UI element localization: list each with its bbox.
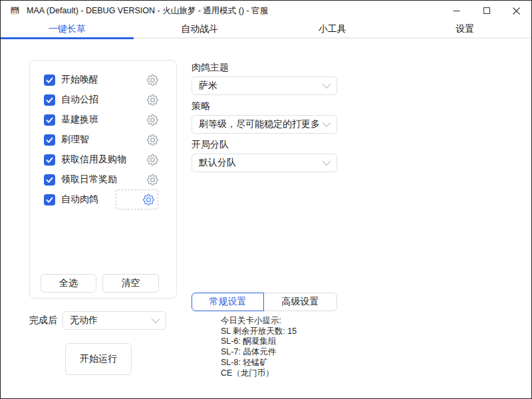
chevron-down-icon <box>151 318 160 323</box>
tab-settings[interactable]: 设置 <box>399 21 532 37</box>
tab-label: 设置 <box>456 23 474 35</box>
task-row-recruit[interactable]: 自动公招 <box>30 90 176 110</box>
gear-icon[interactable] <box>143 194 154 205</box>
window-controls <box>442 1 531 21</box>
gear-icon[interactable] <box>147 174 158 186</box>
settings-tab-group: 常规设置 高级设置 <box>192 293 337 311</box>
checkbox-checked[interactable] <box>44 194 55 205</box>
minimize-icon[interactable] <box>442 1 471 21</box>
task-list-card: 开始唤醒 自动公招 基建换班 刷理智 获取信用及购物 领取日常奖励 <box>29 60 177 299</box>
task-label: 自动公招 <box>61 94 98 106</box>
checkbox-checked[interactable] <box>44 134 55 146</box>
tip-line: SL-8: 轻锰矿 <box>221 358 297 368</box>
chevron-down-icon <box>322 160 331 166</box>
select-all-button[interactable]: 全选 <box>41 274 96 293</box>
gear-icon[interactable] <box>147 114 158 126</box>
task-label: 获取信用及购物 <box>61 154 126 166</box>
roguelike-settings-highlight <box>116 190 158 209</box>
titlebar: MAA (Default) - DEBUG VERSION - 火山旅梦 - 通… <box>1 1 531 21</box>
tip-line: CE（龙门币） <box>221 368 297 379</box>
roguelike-theme-value: 萨米 <box>199 80 217 92</box>
roguelike-theme-dropdown[interactable]: 萨米 <box>192 76 337 95</box>
roguelike-strategy-value: 刷等级，尽可能稳定的打更多层数 <box>199 118 319 130</box>
tab-copilot[interactable]: 自动战斗 <box>134 21 267 37</box>
gear-icon[interactable] <box>147 134 158 146</box>
task-label: 基建换班 <box>61 114 98 126</box>
task-row-wakeup[interactable]: 开始唤醒 <box>30 70 176 90</box>
roguelike-squad-value: 默认分队 <box>199 157 236 169</box>
roguelike-strategy-label: 策略 <box>192 100 337 112</box>
after-action-row: 完成后 无动作 <box>29 311 166 330</box>
tab-label: 小工具 <box>319 23 346 35</box>
tab-label: 一键长草 <box>49 23 86 35</box>
task-label: 刷理智 <box>61 134 89 146</box>
task-row-award[interactable]: 领取日常奖励 <box>30 170 176 190</box>
task-row-fight[interactable]: 刷理智 <box>30 130 176 150</box>
roguelike-squad-label: 开局分队 <box>192 139 337 150</box>
main-tabbar: 一键长草 自动战斗 小工具 设置 <box>1 21 531 37</box>
task-row-mall[interactable]: 获取信用及购物 <box>30 150 176 170</box>
task-row-infrast[interactable]: 基建换班 <box>30 110 176 130</box>
roguelike-strategy-dropdown[interactable]: 刷等级，尽可能稳定的打更多层数 <box>192 115 337 134</box>
tab-advanced-settings[interactable]: 高级设置 <box>263 293 337 311</box>
gear-icon[interactable] <box>147 74 158 86</box>
gear-icon[interactable] <box>147 154 158 166</box>
tip-line: SL-6: 酮凝集组 <box>221 336 297 347</box>
checkbox-checked[interactable] <box>44 154 55 166</box>
tip-line: 今日关卡小提示: <box>221 316 297 327</box>
app-icon <box>9 5 21 17</box>
tip-line: SL-7: 晶体元件 <box>221 347 297 358</box>
checkbox-checked[interactable] <box>44 94 55 106</box>
after-action-dropdown[interactable]: 无动作 <box>63 311 166 330</box>
task-label: 领取日常奖励 <box>61 174 117 186</box>
task-label: 开始唤醒 <box>61 74 98 86</box>
stage-tips-block: 今日关卡小提示: SL 剩余开放天数: 15 SL-6: 酮凝集组 SL-7: … <box>221 316 297 378</box>
start-run-button[interactable]: 开始运行 <box>65 343 132 375</box>
checkbox-checked[interactable] <box>44 74 55 86</box>
task-label: 自动肉鸽 <box>61 194 98 205</box>
tab-label: 自动战斗 <box>181 23 218 35</box>
tab-general-settings[interactable]: 常规设置 <box>192 293 264 311</box>
tab-tools[interactable]: 小工具 <box>266 21 399 37</box>
after-action-value: 无动作 <box>70 315 98 327</box>
chevron-down-icon <box>322 122 331 127</box>
task-row-roguelike[interactable]: 自动肉鸽 <box>30 190 176 209</box>
close-icon[interactable] <box>501 1 531 21</box>
roguelike-squad-dropdown[interactable]: 默认分队 <box>192 154 337 172</box>
roguelike-panel: 肉鸽主题 萨米 策略 刷等级，尽可能稳定的打更多层数 开局分队 默认分队 <box>192 62 337 178</box>
tab-farming[interactable]: 一键长草 <box>1 21 134 37</box>
checkbox-checked[interactable] <box>44 114 55 126</box>
after-action-label: 完成后 <box>29 315 57 327</box>
tip-line: SL 剩余开放天数: 15 <box>221 327 297 337</box>
maximize-icon[interactable] <box>471 1 501 21</box>
chevron-down-icon <box>322 83 331 88</box>
roguelike-theme-label: 肉鸽主题 <box>192 62 337 73</box>
gear-icon[interactable] <box>147 94 158 106</box>
active-tab-underline <box>1 37 134 39</box>
maa-window: MAA (Default) - DEBUG VERSION - 火山旅梦 - 通… <box>0 0 532 399</box>
clear-button[interactable]: 清空 <box>102 274 159 293</box>
checkbox-checked[interactable] <box>44 174 55 186</box>
window-title: MAA (Default) - DEBUG VERSION - 火山旅梦 - 通… <box>27 5 268 17</box>
